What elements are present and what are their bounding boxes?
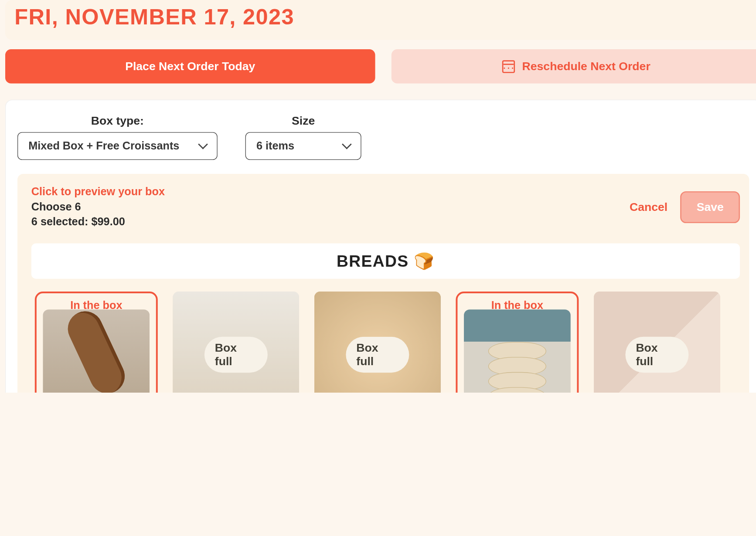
product-image[interactable]: Box full i (314, 292, 441, 393)
choose-count: Choose 6 (31, 200, 165, 213)
size-select[interactable]: 6 items (245, 132, 361, 160)
save-button[interactable]: Save (680, 191, 740, 223)
cancel-button[interactable]: Cancel (630, 200, 667, 214)
product-image[interactable]: i (43, 309, 150, 393)
reschedule-button[interactable]: Reschedule Next Order (392, 49, 756, 83)
product-card: Box full i - 0 + Slow-Fermented Olive Oi… (173, 292, 299, 393)
product-card: In the box i - 1 + Plain Sourdough Loaf (35, 292, 158, 393)
reschedule-label: Reschedule Next Order (522, 60, 650, 73)
bread-icon: 🍞 (414, 252, 435, 270)
category-header: BREADS 🍞 (31, 244, 740, 279)
box-type-label: Box type: (91, 114, 144, 128)
selected-summary: 6 selected: $99.00 (31, 216, 165, 228)
product-card: In the box i - 1 + English Muffins (4-pa… (456, 292, 579, 393)
size-label: Size (292, 114, 315, 128)
category-title: BREADS (337, 252, 409, 270)
box-full-badge: Box full (204, 337, 268, 373)
product-image[interactable]: i (464, 309, 571, 393)
box-full-badge: Box full (346, 337, 409, 373)
box-type-value: Mixed Box + Free Croissants (28, 140, 179, 153)
chevron-down-icon (198, 139, 208, 149)
box-type-select[interactable]: Mixed Box + Free Croissants (17, 132, 218, 160)
product-card: Box full i - 0 + Sourdough Rosemary Garl… (594, 292, 720, 393)
date-heading: FRI, NOVEMBER 17, 2023 (14, 5, 752, 30)
chevron-down-icon (342, 139, 352, 149)
place-order-button[interactable]: Place Next Order Today (5, 49, 375, 83)
box-full-badge: Box full (625, 337, 688, 373)
preview-box-link[interactable]: Click to preview your box (31, 186, 165, 198)
product-image[interactable]: Box full i (594, 292, 720, 393)
calendar-icon (502, 60, 515, 73)
product-image[interactable]: Box full i (173, 292, 299, 393)
size-value: 6 items (256, 140, 294, 153)
product-card: Box full i - 0 + Slow-Fermented Brioche … (314, 292, 441, 393)
